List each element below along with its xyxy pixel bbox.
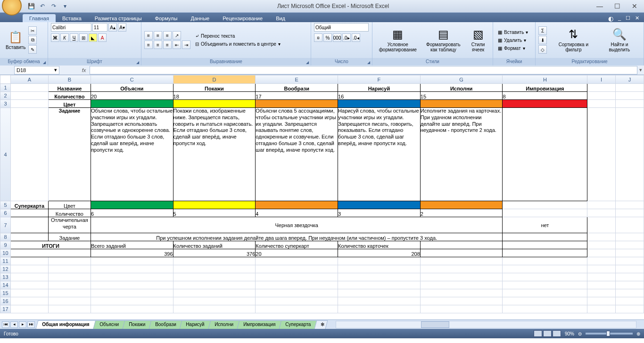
sheet-tab[interactable]: Общая информация xyxy=(36,320,96,329)
align-top-icon[interactable]: ≡ xyxy=(144,31,153,40)
cell[interactable] xyxy=(48,305,91,313)
cell[interactable] xyxy=(10,305,48,313)
cell[interactable] xyxy=(616,209,644,217)
cell[interactable] xyxy=(338,273,421,281)
cell[interactable] xyxy=(616,108,644,201)
scrollbar-thumb[interactable] xyxy=(421,321,449,328)
cell[interactable] xyxy=(48,265,91,273)
font-launcher-icon[interactable]: ◢ xyxy=(136,59,139,66)
cell[interactable]: Объясни xyxy=(91,84,173,92)
inc-decimal-icon[interactable]: .0▸ xyxy=(342,33,351,42)
cell[interactable] xyxy=(587,305,616,313)
cell[interactable] xyxy=(338,297,421,305)
cell[interactable] xyxy=(616,265,644,273)
cell[interactable] xyxy=(256,100,338,108)
col-header[interactable]: E xyxy=(256,75,338,84)
cell[interactable] xyxy=(503,209,587,217)
paste-button[interactable]: 📋 Вставить xyxy=(3,23,28,57)
col-header[interactable]: H xyxy=(503,75,587,84)
cell[interactable]: Покажи xyxy=(173,84,256,92)
formula-expand-icon[interactable]: ▾ xyxy=(637,67,644,73)
cell[interactable] xyxy=(503,273,587,281)
cell[interactable] xyxy=(616,217,644,233)
orientation-icon[interactable]: ↗ xyxy=(173,31,181,40)
cell[interactable] xyxy=(48,297,91,305)
cell[interactable] xyxy=(616,100,644,108)
cell[interactable] xyxy=(616,257,644,265)
cell[interactable]: нет xyxy=(503,217,587,233)
cell[interactable] xyxy=(587,281,616,289)
row-header[interactable]: 4 xyxy=(0,108,11,201)
cell[interactable] xyxy=(420,289,503,297)
close-button[interactable]: ✕ xyxy=(632,2,637,10)
cell[interactable] xyxy=(587,265,616,273)
cell[interactable]: 6 xyxy=(91,209,173,217)
tab-home[interactable]: Главная xyxy=(23,14,56,22)
border-icon[interactable]: ⊞ xyxy=(79,33,88,42)
cell[interactable]: Количество заданий xyxy=(173,241,256,249)
cell[interactable] xyxy=(173,281,256,289)
tab-data[interactable]: Данные xyxy=(184,14,216,22)
number-launcher-icon[interactable]: ◢ xyxy=(367,59,370,66)
minimize-ribbon-icon[interactable]: _ xyxy=(618,15,621,22)
increase-font-icon[interactable]: A▴ xyxy=(108,23,117,32)
qat-dropdown-icon[interactable]: ▾ xyxy=(60,2,70,10)
decrease-font-icon[interactable]: A▾ xyxy=(118,23,126,32)
tab-layout[interactable]: Разметка страницы xyxy=(88,14,149,22)
cell[interactable] xyxy=(91,201,173,209)
row-header[interactable]: 16 xyxy=(0,297,11,305)
cell[interactable] xyxy=(91,257,173,265)
cell[interactable] xyxy=(616,289,644,297)
clipboard-launcher-icon[interactable]: ◢ xyxy=(43,59,46,66)
zoom-in-icon[interactable]: ⊕ xyxy=(636,331,640,336)
row-header[interactable]: 8 xyxy=(0,233,11,241)
cell[interactable] xyxy=(503,233,587,241)
row-header[interactable]: 5 xyxy=(0,201,11,209)
cell[interactable] xyxy=(587,249,616,257)
col-header[interactable]: G xyxy=(420,75,503,84)
cell[interactable] xyxy=(616,273,644,281)
cell[interactable]: Количество суперкарт xyxy=(256,241,338,249)
comma-icon[interactable]: 000 xyxy=(333,33,341,42)
clear-icon[interactable]: ◇ xyxy=(538,45,547,54)
sheet-tab[interactable]: Объясни xyxy=(93,320,125,329)
cell[interactable] xyxy=(616,281,644,289)
cell[interactable] xyxy=(10,108,48,201)
cell[interactable] xyxy=(256,289,338,297)
cell[interactable] xyxy=(338,201,421,209)
cell[interactable] xyxy=(420,305,503,313)
cell[interactable] xyxy=(10,289,48,297)
fill-icon[interactable]: ⬇ xyxy=(538,36,547,44)
cell[interactable] xyxy=(420,201,503,209)
cell[interactable] xyxy=(256,305,338,313)
save-icon[interactable]: 💾 xyxy=(26,2,36,10)
cell[interactable] xyxy=(10,100,48,108)
cell[interactable] xyxy=(587,257,616,265)
cell[interactable] xyxy=(587,100,616,108)
col-header[interactable]: B xyxy=(48,75,91,84)
new-sheet-tab[interactable]: ✻ xyxy=(314,320,328,329)
cell[interactable]: 5 xyxy=(173,209,256,217)
cell[interactable] xyxy=(48,289,91,297)
cell[interactable] xyxy=(503,281,587,289)
cell[interactable] xyxy=(338,281,421,289)
cell[interactable] xyxy=(173,100,256,108)
cell[interactable] xyxy=(587,201,616,209)
underline-button[interactable]: Ч xyxy=(70,33,78,42)
cell[interactable] xyxy=(91,100,173,108)
cell[interactable] xyxy=(10,249,91,257)
row-header[interactable]: 7 xyxy=(0,217,11,233)
merge-center-button[interactable]: ⊟Объединить и поместить в центре ▾ xyxy=(193,41,282,48)
dec-decimal-icon[interactable]: .0◂ xyxy=(352,33,360,42)
cell[interactable] xyxy=(503,305,587,313)
cell[interactable] xyxy=(616,84,644,92)
cell[interactable] xyxy=(616,305,644,313)
cell[interactable]: Цвет xyxy=(48,201,91,209)
indent-dec-icon[interactable]: ⇤ xyxy=(173,41,181,49)
cell[interactable] xyxy=(256,281,338,289)
align-center-icon[interactable]: ≡ xyxy=(154,41,162,49)
cell[interactable] xyxy=(616,233,644,241)
cell[interactable] xyxy=(173,289,256,297)
cell[interactable]: 15 xyxy=(420,92,503,100)
font-size-combo[interactable] xyxy=(92,23,107,32)
